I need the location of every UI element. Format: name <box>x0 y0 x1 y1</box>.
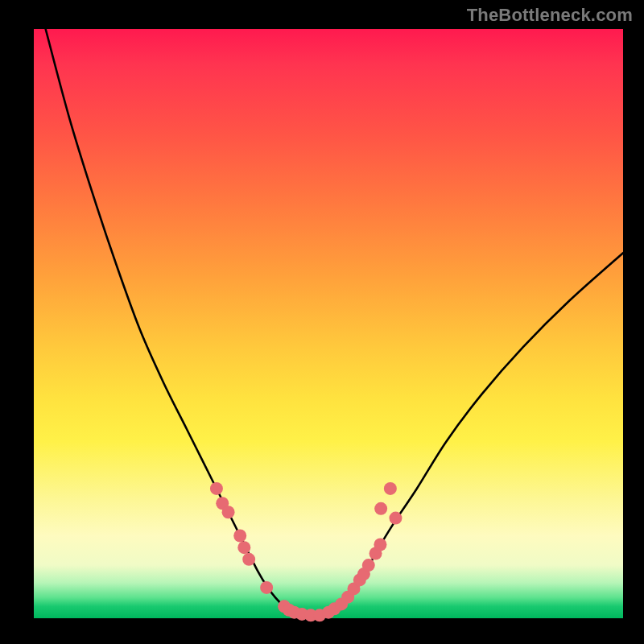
marker-dot <box>222 506 235 518</box>
marker-dot <box>233 530 246 543</box>
marker-dot <box>389 512 402 525</box>
marker-dot <box>374 539 386 551</box>
marker-dot <box>362 559 375 572</box>
plot-area <box>34 29 623 618</box>
marker-dot <box>384 482 397 495</box>
bottleneck-curve <box>46 29 623 616</box>
marker-dot <box>374 502 387 515</box>
watermark-text: TheBottleneck.com <box>467 5 633 26</box>
chart-svg <box>34 29 623 618</box>
highlighted-points <box>210 482 402 621</box>
marker-dot <box>210 482 223 495</box>
marker-dot <box>237 541 250 554</box>
marker-dot <box>260 581 273 594</box>
chart-stage: TheBottleneck.com <box>0 0 644 644</box>
marker-dot <box>242 553 255 566</box>
